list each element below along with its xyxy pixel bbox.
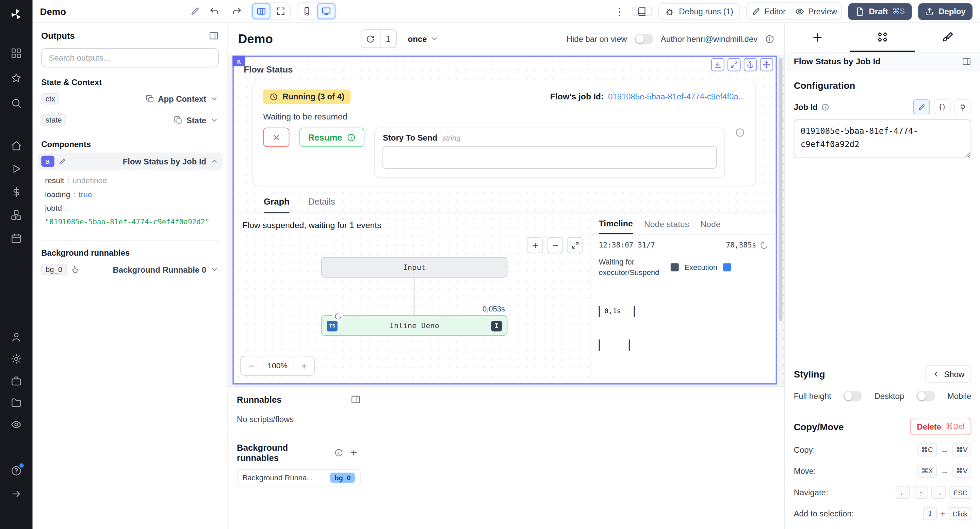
collapse-panel-icon[interactable] — [962, 57, 972, 66]
favorites-icon[interactable] — [11, 73, 22, 84]
rename-app-icon[interactable] — [190, 6, 200, 16]
debug-runs-button[interactable]: Debug runs (1) — [659, 3, 740, 20]
chevron-up-icon[interactable] — [210, 157, 219, 166]
jobid-input[interactable]: 0191085e-5baa-81ef-4774-c9ef4f0a92d2 — [794, 120, 972, 158]
tab-timeline[interactable]: Timeline — [599, 219, 633, 234]
deploy-button[interactable]: Deploy — [918, 3, 972, 20]
clock-icon — [269, 92, 278, 101]
timeline-tick — [599, 305, 600, 317]
show-styling-button[interactable]: Show — [925, 365, 971, 382]
tab-node-status[interactable]: Node status — [644, 220, 689, 234]
collapse-panel-icon[interactable] — [208, 31, 218, 40]
editor-tab[interactable]: Editor — [747, 3, 790, 19]
search-outputs-input[interactable] — [41, 48, 219, 67]
add-background-runnable-button[interactable] — [347, 446, 360, 460]
workers-icon[interactable] — [11, 375, 22, 386]
runs-icon[interactable] — [11, 163, 22, 174]
maximize-icon — [275, 6, 285, 16]
tab-graph[interactable]: Graph — [264, 196, 290, 214]
graph-controls — [527, 237, 583, 253]
move-handle[interactable] — [760, 58, 773, 72]
audit-logs-icon[interactable] — [11, 419, 22, 430]
schedules-icon[interactable] — [11, 233, 22, 244]
ctx-row[interactable]: ctx App Context — [41, 89, 219, 108]
redo-button[interactable] — [229, 3, 245, 19]
refresh-interval-button[interactable]: 1 — [360, 29, 397, 48]
runnables-title: Runnables — [237, 395, 282, 405]
app-canvas[interactable]: a Flow Status Running (3 of 4) — [228, 54, 784, 387]
tab-details[interactable]: Details — [308, 196, 335, 213]
graph-node-input[interactable]: Input — [321, 257, 508, 278]
timeline-tick — [633, 305, 635, 317]
component-outputs: result:undefined loading:true jobId: "01… — [41, 170, 219, 229]
edit-id-icon[interactable] — [58, 157, 66, 166]
cancel-flow-button[interactable] — [263, 127, 289, 147]
background-runnable-item[interactable]: Background Runna... bg_0 — [237, 469, 361, 486]
desktop-view-button[interactable] — [316, 3, 336, 19]
canvas-scrollbar[interactable] — [779, 58, 783, 321]
tab-node[interactable]: Node — [700, 220, 721, 234]
connect-input-button[interactable] — [955, 99, 972, 115]
chevron-down-icon[interactable] — [210, 94, 219, 103]
tab-insert-component[interactable] — [785, 23, 850, 52]
windmill-logo[interactable] — [10, 8, 23, 21]
undo-button[interactable] — [206, 3, 223, 19]
full-height-toggle[interactable] — [843, 391, 862, 402]
fullscreen-handle[interactable] — [727, 58, 741, 72]
collapse-panel-icon[interactable] — [350, 395, 360, 405]
draft-button[interactable]: Draft ⌘S — [848, 3, 912, 20]
schedule-dropdown[interactable]: once — [403, 29, 444, 48]
desktop-toggle[interactable] — [916, 391, 935, 402]
hide-bar-toggle[interactable] — [635, 33, 653, 44]
folders-icon[interactable] — [11, 397, 22, 408]
static-input-button[interactable] — [913, 99, 930, 115]
home-icon[interactable] — [11, 140, 22, 151]
info-icon[interactable] — [821, 103, 830, 111]
flow-graph[interactable]: Flow suspended, waiting for 1 events Inp… — [234, 213, 591, 383]
settings-icon[interactable] — [11, 353, 22, 365]
resources-icon[interactable] — [11, 209, 22, 221]
anchor-handle[interactable] — [744, 58, 757, 72]
columns-layout-button[interactable] — [252, 3, 270, 19]
tab-component-settings[interactable] — [850, 23, 915, 52]
apps-icon[interactable] — [11, 48, 22, 59]
expand-down-handle[interactable] — [711, 58, 724, 72]
story-input[interactable] — [383, 147, 717, 169]
info-icon[interactable] — [765, 34, 775, 43]
resume-button[interactable]: Resume — [299, 127, 365, 147]
background-runnable-row[interactable]: bg_0 Background Runnable 0 — [41, 260, 219, 279]
notification-dot — [19, 463, 24, 468]
delete-component-button[interactable]: Delete ⌘Del — [910, 418, 971, 435]
zoom-out-button[interactable] — [547, 237, 563, 253]
draft-label: Draft — [869, 6, 888, 16]
graph-node-inline-deno[interactable]: TS Inline Deno I — [321, 315, 508, 336]
more-menu-button[interactable]: ⋮ — [613, 3, 626, 19]
app-window: Demo ⋮ Debug runs (1) Editor — [0, 0, 980, 529]
flow-jobid-link[interactable]: 0191085e-5baa-81ef-4774-c9ef4f0a... — [608, 92, 745, 102]
component-row[interactable]: a Flow Status by Job Id — [37, 153, 223, 170]
expand-sidebar-icon[interactable] — [11, 488, 22, 499]
preview-tab[interactable]: Preview — [790, 3, 842, 19]
fit-view-button[interactable] — [567, 237, 583, 253]
copy-icon[interactable] — [174, 116, 183, 124]
search-icon[interactable] — [11, 98, 22, 109]
variables-icon[interactable] — [11, 186, 22, 198]
chevron-down-icon[interactable] — [210, 265, 219, 274]
timeline-row-duration: 0,1s — [605, 307, 621, 315]
docs-button[interactable] — [632, 7, 652, 15]
copy-icon[interactable] — [145, 94, 154, 103]
fullwidth-layout-button[interactable] — [270, 3, 290, 19]
selection-label: Add to selection: — [794, 509, 854, 518]
tab-styling[interactable] — [915, 23, 980, 52]
chevron-down-icon[interactable] — [210, 116, 219, 124]
state-row[interactable]: state State — [41, 111, 219, 129]
mobile-view-button[interactable] — [298, 3, 316, 19]
info-icon[interactable] — [735, 127, 745, 137]
info-icon[interactable] — [334, 448, 343, 457]
zoom-plus-button[interactable] — [293, 357, 314, 375]
user-icon[interactable] — [11, 331, 22, 343]
template-input-button[interactable] — [934, 99, 951, 115]
zoom-minus-button[interactable] — [240, 357, 262, 375]
zoom-in-button[interactable] — [527, 237, 543, 253]
flow-status-component[interactable]: a Flow Status Running (3 of 4) — [232, 56, 777, 384]
